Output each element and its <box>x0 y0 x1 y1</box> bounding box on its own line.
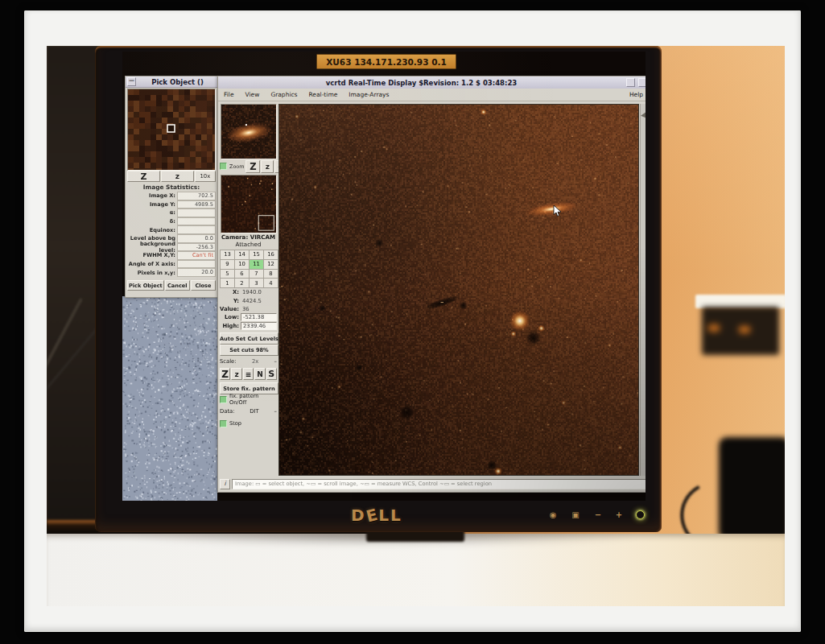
detector-9[interactable]: 9 <box>221 260 234 269</box>
detector-15[interactable]: 15 <box>250 250 263 259</box>
stat-value: 702.5 <box>177 192 216 200</box>
input-select-button[interactable]: ◉ <box>547 509 559 520</box>
info-icon[interactable]: i <box>220 479 230 489</box>
zoom-checkbox-label: Zoom <box>229 163 244 170</box>
data-value[interactable]: DIT <box>235 408 274 415</box>
menu-button[interactable]: ▣ <box>570 509 581 520</box>
image-statistics: Image X:702.5Image Y:4989.5α:δ:Equinox:L… <box>127 192 216 277</box>
readout-label: Value: <box>220 306 241 312</box>
detector-8[interactable]: 8 <box>264 270 278 279</box>
pick-object-actions: Pick ObjectCancelClose <box>127 280 216 291</box>
menu-file[interactable]: File <box>218 91 240 98</box>
zoom-z-button[interactable]: Z <box>245 160 260 173</box>
detector-7[interactable]: 7 <box>250 270 263 279</box>
menu-help[interactable]: Help <box>624 91 646 98</box>
detector-16[interactable]: 16 <box>264 250 278 259</box>
readout-row: Y:4424.5 <box>220 296 277 304</box>
stop-checkbox[interactable] <box>220 420 227 427</box>
zoom-z-button[interactable]: z <box>261 160 274 173</box>
set-cuts-button[interactable]: Set cuts 98% <box>220 345 278 356</box>
stat-row: FWHM X,Y:Can't fit <box>127 251 216 260</box>
fix-pattern-checkbox[interactable] <box>220 396 227 403</box>
brightness-up-button[interactable]: + <box>613 509 625 520</box>
zoom-preview[interactable] <box>221 104 277 159</box>
detector-4[interactable]: 4 <box>264 279 278 287</box>
detector-3[interactable]: 3 <box>250 279 263 287</box>
detector-2[interactable]: 2 <box>235 279 249 287</box>
iconify-icon[interactable] <box>626 78 635 87</box>
stat-label: FWHM X,Y: <box>127 252 177 258</box>
panner[interactable] <box>221 175 277 233</box>
close-button[interactable]: Close <box>191 280 216 291</box>
stat-label: α: <box>127 209 177 216</box>
scale-value[interactable]: 2x <box>237 358 274 365</box>
scale-glyph-3-button[interactable]: N <box>254 368 265 380</box>
auto-set-cut-levels-button[interactable]: Auto Set Cut Levels <box>220 332 278 345</box>
stat-label: Image X: <box>127 192 177 199</box>
stat-value: 20.0 <box>177 268 216 277</box>
fix-pattern-row: fix. pattern On/Off <box>220 395 277 403</box>
data-row: Data: DIT – <box>220 407 277 416</box>
pick-object-titlebar[interactable]: — Pick Object () <box>126 76 217 88</box>
readout-value: 1940.0 <box>241 289 277 295</box>
brightness-down-button[interactable]: − <box>592 509 604 520</box>
scale-glyph-1-button[interactable]: z <box>231 368 241 380</box>
camera-line: Camera: VIRCAM <box>218 233 278 241</box>
detector-12[interactable]: 12 <box>264 260 278 269</box>
bezel-bottom: DELL ◉▣−+ <box>95 501 662 532</box>
scale-glyph-4-button[interactable]: S <box>266 368 277 380</box>
vertical-scrollbar[interactable] <box>640 104 646 476</box>
statusbar: i Image: ▭ = select object, ~▭ = scroll … <box>220 479 646 489</box>
menu-image-arrays[interactable]: Image-Arrays <box>343 91 394 98</box>
maximize-icon[interactable] <box>638 78 646 87</box>
stat-row: background level:-256.3 <box>127 243 216 252</box>
pick-object-title: Pick Object () <box>138 78 217 86</box>
stat-value <box>177 217 216 226</box>
monitor-screen: XU63 134.171.230.93 0.1 — Pick Object ()… <box>122 52 646 501</box>
power-button[interactable] <box>634 509 646 520</box>
pick-object-button[interactable]: Pick Object <box>127 280 164 291</box>
image-statistics-heading: Image Statistics: <box>126 184 217 191</box>
menu-real-time[interactable]: Real-time <box>303 91 344 98</box>
stat-label: Equinox: <box>127 227 177 233</box>
wall-left-dark-panel <box>47 46 98 547</box>
readout-label: Low: <box>220 314 241 320</box>
readout-row: High:2339.46 <box>220 322 277 330</box>
cancel-button[interactable]: Cancel <box>165 280 190 291</box>
stat-label: Image Y: <box>127 201 177 208</box>
dell-logo: DELL <box>351 505 423 526</box>
scale-menu-icon[interactable]: – <box>274 358 277 365</box>
host-title: XU63 134.171.230.93 0.1 <box>316 54 456 69</box>
stop-label: Stop <box>229 420 241 427</box>
detector-14[interactable]: 14 <box>235 250 249 259</box>
scale-glyph-2-button[interactable]: ≡ <box>243 368 254 380</box>
stat-label: δ: <box>127 218 177 225</box>
readout-value: -521.38 <box>241 313 277 321</box>
rtd-title: vcrtd Real-Time Display $Revision: 1.2 $… <box>218 79 625 87</box>
detector-11[interactable]: 11 <box>250 260 263 269</box>
detector-5[interactable]: 5 <box>221 270 234 279</box>
zoom-checkbox[interactable] <box>220 163 227 170</box>
stat-row: Pixels in x,y:20.0 <box>127 268 216 277</box>
stat-value <box>177 225 216 234</box>
detector-6[interactable]: 6 <box>235 270 249 279</box>
pick-object-preview[interactable] <box>127 89 216 171</box>
minimize-icon[interactable]: — <box>127 77 136 86</box>
data-label: Data: <box>220 408 235 415</box>
pick-zoom-z-button[interactable]: Z <box>127 171 160 182</box>
scale-label: Scale: <box>220 358 237 365</box>
pick-zoom-z-button[interactable]: z <box>161 171 194 182</box>
camera-value: VIRCAM <box>250 233 275 241</box>
rtd-titlebar[interactable]: vcrtd Real-Time Display $Revision: 1.2 $… <box>218 76 646 89</box>
data-menu-icon[interactable]: – <box>274 408 277 415</box>
detector-10[interactable]: 10 <box>235 260 249 269</box>
detector-1[interactable]: 1 <box>221 279 234 287</box>
detector-13[interactable]: 13 <box>221 250 234 259</box>
scrollbar-arrow-icon[interactable] <box>641 112 646 120</box>
sky-image[interactable] <box>278 104 639 476</box>
menu-view[interactable]: View <box>240 91 266 98</box>
stat-value <box>177 260 216 269</box>
menu-graphics[interactable]: Graphics <box>265 91 303 98</box>
pick-zoom-10x-button[interactable]: 10x <box>195 171 216 182</box>
scale-glyph-0-button[interactable]: Z <box>220 368 230 380</box>
